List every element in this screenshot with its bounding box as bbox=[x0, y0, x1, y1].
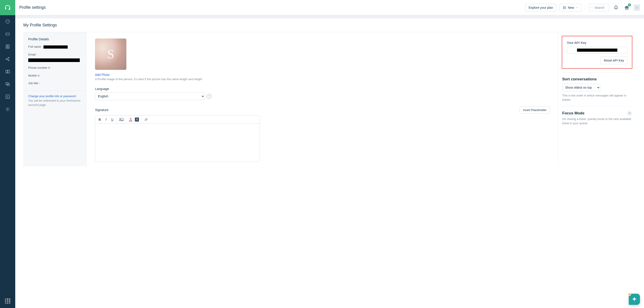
change-profile-info-link[interactable]: Change your profile info or password bbox=[28, 94, 82, 98]
toolbar-italic[interactable]: I bbox=[103, 116, 109, 123]
full-name-value-redacted bbox=[44, 45, 68, 48]
image-icon bbox=[120, 118, 124, 121]
reset-api-key-button[interactable]: Reset API Key bbox=[600, 57, 628, 64]
signature-label: Signature bbox=[95, 108, 108, 112]
chat-icon bbox=[5, 82, 10, 87]
sidebar-item-settings[interactable] bbox=[0, 103, 15, 115]
share-icon bbox=[5, 57, 10, 61]
sidebar-item-social[interactable] bbox=[0, 53, 15, 65]
sort-conversations-title: Sort conversations bbox=[562, 77, 632, 81]
svg-point-12 bbox=[7, 109, 8, 110]
svg-rect-4 bbox=[6, 45, 10, 48]
language-select[interactable]: English bbox=[95, 92, 205, 100]
close-icon bbox=[628, 112, 630, 114]
sidebar bbox=[0, 0, 15, 308]
apps-grid-icon bbox=[5, 298, 10, 304]
signature-editor: B I U bbox=[95, 115, 260, 162]
explore-plan-label: Explore your plan bbox=[528, 6, 553, 9]
full-name-label: Full name : bbox=[28, 45, 42, 48]
language-label: Language bbox=[95, 87, 550, 91]
profile-form: S Add Photo A Profile image of the perso… bbox=[87, 32, 558, 166]
profile-details-panel: Profile Details Full name : Email : Phon… bbox=[23, 32, 87, 166]
top-header: Profile settings Explore your plan New bbox=[15, 0, 644, 15]
focus-mode-dismiss[interactable] bbox=[627, 111, 632, 116]
language-help-icon[interactable]: ? bbox=[206, 94, 212, 99]
sidebar-item-solutions[interactable] bbox=[0, 65, 15, 78]
job-title-label: Job title : bbox=[28, 81, 82, 86]
toolbar-text-color[interactable]: A bbox=[128, 116, 134, 123]
toolbar-bold[interactable]: B bbox=[96, 116, 103, 123]
avatar-initial: s bbox=[636, 6, 638, 9]
phone-label: Phone number #: bbox=[28, 65, 82, 71]
gifts-button[interactable]: 1 bbox=[623, 4, 630, 11]
right-rail: Your API Key Reset API Key Sor bbox=[558, 32, 636, 166]
api-key-value-redacted bbox=[577, 48, 617, 52]
sidebar-item-reports[interactable] bbox=[0, 90, 15, 103]
header-separator bbox=[585, 5, 585, 10]
svg-point-5 bbox=[7, 45, 8, 47]
add-photo-link[interactable]: Add Photo bbox=[95, 73, 110, 76]
sidebar-item-dashboard[interactable] bbox=[0, 15, 15, 28]
svg-rect-0 bbox=[5, 7, 6, 9]
notifications-button[interactable] bbox=[612, 4, 620, 11]
insert-placeholder-label: Insert Placeholder bbox=[523, 108, 546, 112]
insert-placeholder-button[interactable]: Insert Placeholder bbox=[520, 106, 550, 113]
signature-textarea[interactable] bbox=[95, 124, 260, 162]
sidebar-item-tickets[interactable] bbox=[0, 28, 15, 40]
focus-mode-title: Focus Mode bbox=[562, 111, 584, 115]
profile-avatar-preview: S bbox=[95, 38, 126, 70]
link-icon bbox=[144, 118, 148, 121]
focus-mode-section: Focus Mode On closing a ticket, quickly … bbox=[562, 106, 632, 130]
sidebar-item-forums[interactable] bbox=[0, 78, 15, 90]
user-avatar[interactable]: s bbox=[634, 4, 640, 11]
new-button[interactable]: New bbox=[560, 4, 582, 11]
help-widget-notification-dot bbox=[628, 293, 631, 296]
explore-plan-button[interactable]: Explore your plan bbox=[525, 4, 556, 11]
reset-api-key-label: Reset API Key bbox=[604, 59, 624, 62]
mobile-label: Mobile #: bbox=[28, 73, 82, 79]
page-title: My Profile Settings bbox=[23, 23, 636, 27]
email-row: Email : bbox=[28, 52, 82, 63]
toolbar-underline[interactable]: U bbox=[109, 116, 116, 123]
sort-order-select[interactable]: Show oldest on top bbox=[562, 84, 600, 91]
sidebar-item-contacts[interactable] bbox=[0, 40, 15, 53]
new-button-label: New bbox=[568, 6, 574, 9]
search-box[interactable] bbox=[589, 4, 609, 11]
app-launcher[interactable] bbox=[0, 294, 15, 308]
toolbar-image[interactable] bbox=[118, 116, 124, 123]
svg-point-14 bbox=[592, 7, 592, 8]
book-icon bbox=[5, 69, 10, 74]
svg-rect-1 bbox=[9, 7, 10, 9]
svg-point-18 bbox=[120, 119, 121, 120]
change-profile-info-hint: You will be redirected to your freshwork… bbox=[28, 99, 82, 107]
headset-icon bbox=[4, 4, 11, 11]
toolbar-link[interactable] bbox=[143, 116, 149, 123]
plus-square-icon bbox=[563, 6, 566, 9]
gauge-icon bbox=[5, 19, 10, 24]
search-icon bbox=[591, 6, 593, 9]
api-key-field[interactable] bbox=[567, 47, 628, 53]
sort-conversations-hint: This is the order in which messages will… bbox=[562, 94, 632, 102]
page-title-header: Profile settings bbox=[19, 5, 46, 10]
api-key-panel: Your API Key Reset API Key bbox=[562, 36, 632, 69]
full-name-row: Full name : bbox=[28, 44, 82, 50]
add-photo-hint: A Profile image of the person, it's best… bbox=[95, 77, 550, 81]
bell-icon bbox=[614, 5, 618, 10]
brand-logo[interactable] bbox=[0, 0, 15, 15]
email-label: Email : bbox=[28, 53, 37, 56]
sparkle-icon bbox=[632, 297, 637, 302]
search-input[interactable] bbox=[594, 6, 606, 9]
focus-mode-hint: On closing a ticket, quickly move to the… bbox=[562, 117, 632, 126]
toolbar-bg-color[interactable]: A bbox=[134, 116, 140, 123]
editor-toolbar: B I U bbox=[95, 115, 260, 124]
bar-chart-icon bbox=[5, 94, 10, 99]
gear-icon bbox=[5, 107, 10, 112]
gift-badge: 1 bbox=[628, 3, 631, 6]
api-key-title: Your API Key bbox=[567, 41, 628, 44]
profile-details-heading: Profile Details bbox=[28, 37, 82, 41]
chevron-down-icon bbox=[576, 6, 578, 9]
email-value-redacted bbox=[28, 58, 80, 62]
sort-conversations-section: Sort conversations Show oldest on top Th… bbox=[562, 72, 632, 106]
user-icon bbox=[5, 44, 10, 49]
help-widget-fab[interactable] bbox=[629, 294, 640, 305]
